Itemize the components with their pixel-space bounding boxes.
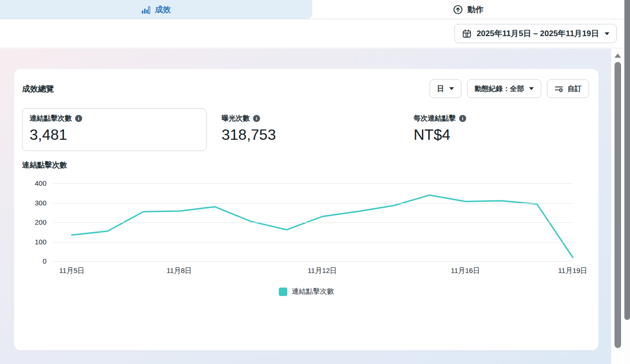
granularity-label: 日 [437,84,444,93]
content-area: 成效總覽 日 動態紀錄：全部 [0,49,624,364]
gridline [53,242,573,243]
metric-link-clicks[interactable]: 連結點擊次數 i 3,481 [22,108,207,151]
info-icon[interactable]: i [459,115,466,122]
x-axis: 11月5日11月8日11月12日11月16日11月19日 [53,262,573,276]
chevron-down-icon [449,87,454,90]
customize-label: 自訂 [568,84,582,93]
calendar-icon [462,29,472,38]
y-tick-label: 300 [35,199,46,207]
customize-settings-icon [554,84,563,93]
card-title: 成效總覽 [22,83,54,94]
y-tick-label: 400 [35,179,46,187]
metric-label: 連結點擊次數 [30,114,72,123]
metric-value: 3,481 [30,126,199,144]
metric-cost-per-link-click[interactable]: 每次連結點擊 i NT$4 [406,108,591,151]
scroll-up-button[interactable] [615,53,621,58]
metric-cards: 連結點擊次數 i 3,481 曝光次數 i 318,753 每次連結點擊 i [14,98,599,151]
x-tick-label: 11月5日 [59,266,85,275]
chart-plot [53,183,573,262]
inner-scrollbar-thumb[interactable] [615,62,621,348]
gridline [53,203,573,204]
gridline [53,183,573,184]
inner-scrollbar [611,49,624,364]
chevron-down-icon [529,87,534,90]
line-chart: 0100200300400 11月5日11月8日11月12日11月16日11月1… [14,183,599,276]
date-range-label: 2025年11月5日 – 2025年11月19日 [476,28,599,39]
browser-scrollbar [624,0,630,364]
customize-button[interactable]: 自訂 [547,79,589,98]
bar-chart-icon [141,5,150,14]
metric-label: 每次連結點擊 [414,114,456,123]
legend-swatch [279,288,287,296]
chart-line [72,195,573,258]
info-icon[interactable]: i [75,115,82,122]
legend-label: 連結點擊次數 [292,287,334,296]
metric-impressions[interactable]: 曝光次數 i 318,753 [214,108,399,151]
gridline [53,222,573,223]
info-icon[interactable]: i [253,115,260,122]
y-tick-label: 0 [43,257,46,265]
posts-filter-dropdown[interactable]: 動態紀錄：全部 [467,79,541,98]
x-tick-label: 11月8日 [167,266,192,275]
y-axis: 0100200300400 [22,183,53,262]
x-tick-label: 11月19日 [558,266,587,275]
x-tick-label: 11月16日 [451,266,480,275]
browser-scrollbar-thumb[interactable] [624,0,630,320]
metric-label: 曝光次數 [222,114,250,123]
card-header: 成效總覽 日 動態紀錄：全部 [14,69,599,98]
arrow-up-circle-icon [453,5,463,15]
chart-title: 連結點擊次數 [14,151,599,170]
header: 成效 動作 [0,0,624,48]
tab-actions-label: 動作 [468,4,484,15]
y-tick-label: 200 [35,218,46,226]
posts-filter-label: 動態紀錄：全部 [475,84,524,93]
tab-performance[interactable]: 成效 [0,0,312,19]
x-tick-label: 11月12日 [307,266,337,275]
toolbar: 2025年11月5日 – 2025年11月19日 [0,19,624,48]
chart-controls: 日 動態紀錄：全部 [430,79,589,98]
chart-legend: 連結點擊次數 [14,287,599,296]
performance-overview-card: 成效總覽 日 動態紀錄：全部 [14,69,599,350]
chevron-down-icon [605,32,609,35]
metric-value: NT$4 [414,126,583,144]
tab-bar: 成效 動作 [0,0,624,19]
granularity-dropdown[interactable]: 日 [430,79,461,98]
insights-page: 成效 動作 [0,0,624,364]
tab-performance-label: 成效 [155,4,171,15]
y-tick-label: 100 [35,238,46,246]
metric-value: 318,753 [222,126,391,144]
tab-actions[interactable]: 動作 [312,0,624,19]
date-range-picker[interactable]: 2025年11月5日 – 2025年11月19日 [454,24,617,43]
